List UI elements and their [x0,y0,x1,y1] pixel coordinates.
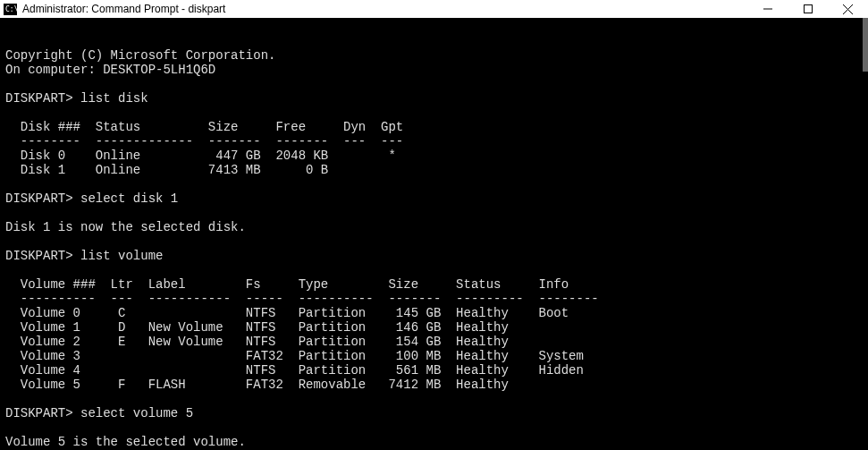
close-button[interactable] [828,0,868,18]
volume-table-separator: ---------- --- ----------- ----- -------… [5,292,599,306]
disk-row: Disk 1 Online 7413 MB 0 B [5,163,328,177]
disk-table-header: Disk ### Status Size Free Dyn Gpt [5,120,403,134]
volume-row: Volume 0 C NTFS Partition 145 GB Healthy… [5,306,569,320]
volume-row: Volume 4 NTFS Partition 561 MB Healthy H… [5,363,584,378]
window-controls [747,0,868,18]
maximize-button[interactable] [788,0,828,18]
disk-selected-message: Disk 1 is now the selected disk. [5,220,246,234]
volume-selected-message: Volume 5 is the selected volume. [5,435,246,449]
volume-row: Volume 3 FAT32 Partition 100 MB Healthy … [5,349,584,363]
copyright-line: Copyright (C) Microsoft Corporation. [5,48,275,63]
minimize-button[interactable] [747,0,788,18]
prompt-list-disk: DISKPART> list disk [5,91,148,106]
scrollbar-thumb[interactable] [863,18,868,72]
prompt-select-volume: DISKPART> select volume 5 [5,406,193,420]
disk-table-separator: -------- ------------- ------- ------- -… [5,134,403,149]
volume-row: Volume 5 F FLASH FAT32 Removable 7412 MB… [5,378,509,392]
computer-line: On computer: DESKTOP-5LH1Q6D [5,63,215,77]
window-title: Administrator: Command Prompt - diskpart [22,3,747,15]
terminal-output[interactable]: Copyright (C) Microsoft Corporation. On … [0,18,868,450]
volume-table-header: Volume ### Ltr Label Fs Type Size Status… [5,277,569,292]
svg-text:C:\: C:\ [5,5,17,13]
svg-rect-4 [804,5,812,13]
volume-row: Volume 1 D New Volume NTFS Partition 146… [5,320,509,335]
prompt-list-volume: DISKPART> list volume [5,249,163,263]
volume-row: Volume 2 E New Volume NTFS Partition 154… [5,335,509,349]
cmd-icon: C:\ [4,4,17,15]
disk-row: Disk 0 Online 447 GB 2048 KB * [5,149,396,163]
prompt-select-disk: DISKPART> select disk 1 [5,191,178,206]
titlebar: C:\ Administrator: Command Prompt - disk… [0,0,868,18]
